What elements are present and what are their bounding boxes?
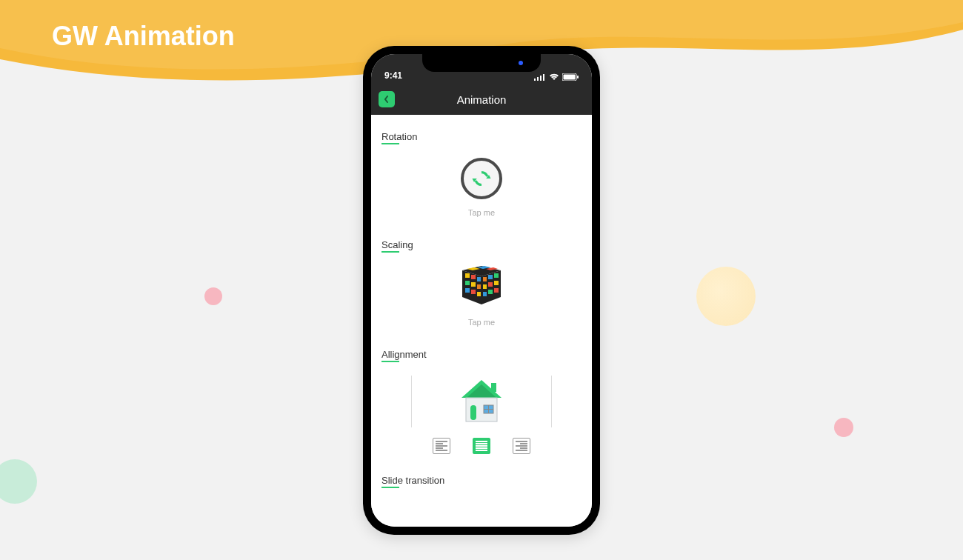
nav-bar: Animation	[371, 84, 592, 115]
svg-rect-13	[465, 281, 470, 285]
svg-rect-10	[465, 273, 470, 278]
svg-rect-24	[494, 281, 499, 285]
alignment-preview	[411, 376, 552, 427]
scaling-tap-label: Tap me	[468, 318, 495, 327]
phone-screen: 9:41 Animation Rotation	[371, 54, 592, 527]
svg-rect-23	[488, 282, 493, 287]
svg-rect-35	[470, 405, 476, 420]
rotation-tap-label: Tap me	[468, 208, 495, 217]
svg-rect-25	[483, 292, 487, 296]
svg-rect-2	[540, 76, 542, 81]
phone-notch	[422, 54, 541, 72]
svg-rect-3	[543, 74, 544, 81]
svg-rect-14	[471, 282, 476, 287]
scaling-button[interactable]	[458, 266, 505, 309]
chevron-left-icon	[383, 96, 390, 103]
status-time: 9:41	[384, 70, 402, 81]
page-title: GW Animation	[52, 21, 235, 52]
svg-rect-27	[494, 288, 499, 293]
section-title-rotation: Rotation	[381, 131, 417, 144]
wifi-icon	[549, 73, 559, 81]
svg-rect-18	[477, 292, 481, 296]
section-title-alignment: Allignment	[381, 349, 427, 362]
decor-circle	[204, 287, 222, 305]
rotation-demo: Tap me	[381, 158, 582, 217]
align-center-button[interactable]	[473, 438, 490, 454]
status-icons	[534, 73, 579, 81]
alignment-controls	[381, 438, 582, 454]
svg-rect-11	[471, 275, 476, 279]
decor-circle	[0, 459, 37, 504]
section-title-slide: Slide transition	[381, 475, 444, 488]
svg-rect-26	[488, 290, 493, 294]
back-button[interactable]	[379, 91, 395, 107]
nav-title: Animation	[457, 93, 507, 106]
decor-circle	[834, 418, 853, 437]
house-icon	[456, 379, 507, 424]
svg-rect-19	[483, 277, 487, 281]
battery-icon	[562, 73, 579, 81]
svg-rect-6	[577, 76, 579, 79]
svg-rect-0	[534, 79, 536, 81]
svg-rect-22	[483, 284, 487, 289]
svg-rect-17	[471, 290, 476, 294]
rubiks-cube-icon	[458, 266, 505, 309]
rotation-button[interactable]	[461, 158, 502, 199]
scaling-demo: Tap me	[381, 266, 582, 327]
svg-rect-33	[491, 383, 496, 392]
svg-rect-15	[477, 284, 481, 289]
signal-icon	[534, 73, 546, 81]
svg-rect-16	[465, 288, 470, 293]
section-title-scaling: Scaling	[381, 239, 413, 253]
align-right-button[interactable]	[513, 438, 530, 454]
svg-rect-5	[564, 75, 576, 80]
decor-circle	[696, 267, 756, 326]
content-scroll[interactable]: Rotation Tap me Scaling	[371, 115, 592, 527]
refresh-icon	[470, 167, 493, 190]
svg-rect-21	[494, 273, 499, 278]
align-left-button[interactable]	[433, 438, 450, 454]
svg-rect-12	[477, 277, 481, 281]
svg-rect-1	[537, 77, 539, 81]
phone-frame: 9:41 Animation Rotation	[363, 46, 600, 535]
svg-rect-20	[488, 275, 493, 279]
